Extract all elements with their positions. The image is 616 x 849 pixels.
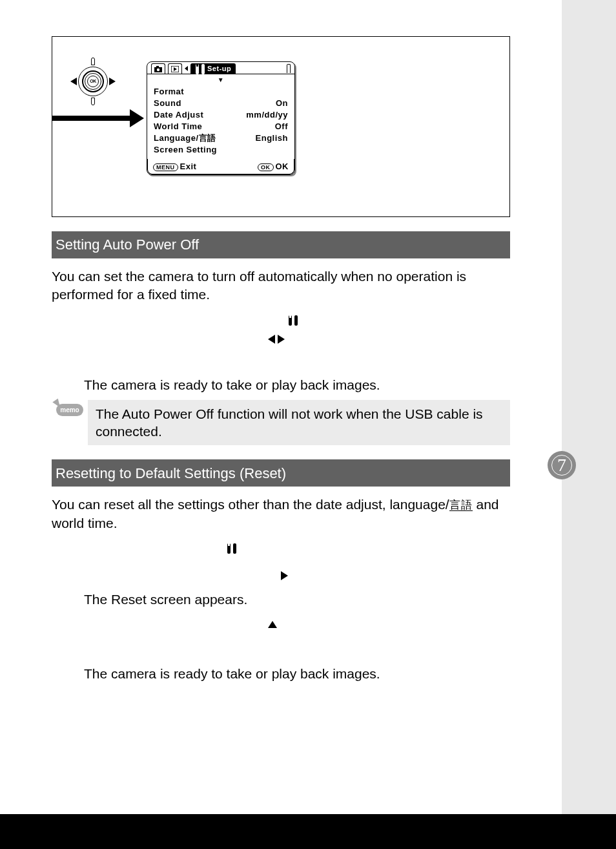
menu-row-sound: SoundOn xyxy=(154,98,288,109)
step-number: 2 xyxy=(52,565,84,588)
page-content: OK xyxy=(0,0,562,814)
ok-pill: OK xyxy=(258,163,274,171)
svg-point-2 xyxy=(157,68,159,70)
lcd-figure: OK xyxy=(52,36,510,217)
memo-text: The Auto Power Off function will not wor… xyxy=(88,400,510,446)
playback-tab-icon xyxy=(168,63,182,74)
menu-pill: MENU xyxy=(153,163,178,171)
lcd-tab-bar: Set-up xyxy=(147,62,294,74)
section2-body: You can reset all the settings other tha… xyxy=(52,496,510,532)
arrow-icon xyxy=(52,116,130,121)
ok-dial-center: OK xyxy=(87,76,99,87)
footer-bar xyxy=(0,814,616,849)
section2-step3: 3 Use the four-way controller () to sele… xyxy=(52,613,510,636)
wrench-icon xyxy=(196,64,205,74)
menu-row-format: Format xyxy=(154,86,288,98)
kanji-language: 言語 xyxy=(449,499,473,511)
side-margin xyxy=(562,0,616,814)
wrench-icon xyxy=(289,315,298,326)
section-number-badge: 7 xyxy=(548,451,576,479)
step4-sub: The camera is ready to take or play back… xyxy=(84,665,510,683)
setup-tab-label: Set-up xyxy=(207,64,231,74)
step-number: 3 xyxy=(52,613,84,636)
memo-icon: memo xyxy=(52,400,88,417)
right-arrow-icon xyxy=(278,335,285,344)
lcd-screen: Set-up ▼ Format SoundOn Date Adjustmm/dd… xyxy=(147,61,295,175)
menu-row-screen: Screen Setting xyxy=(154,144,288,156)
svg-marker-4 xyxy=(174,67,177,71)
section1-body: You can set the camera to turn off autom… xyxy=(52,267,510,304)
svg-rect-1 xyxy=(156,66,159,68)
menu-row-language: Language/言語English xyxy=(154,132,288,144)
section1-step2: 2 Press the OK button. xyxy=(52,351,510,373)
section2-step4: 4 Press the OK button. xyxy=(52,640,510,662)
wrench-icon xyxy=(227,543,236,554)
memo-block: memo The Auto Power Off function will no… xyxy=(52,400,510,446)
section-heading-reset: Resetting to Default Settings (Reset) xyxy=(52,459,510,487)
step-number: 4 xyxy=(52,640,84,662)
step2-sub: The Reset screen appears. xyxy=(84,591,510,609)
setup-tab: Set-up xyxy=(190,63,236,74)
camera-tab-icon xyxy=(151,63,165,74)
left-arrow-icon xyxy=(268,335,275,344)
right-arrow-icon xyxy=(281,571,288,580)
step-number: 1 xyxy=(52,311,84,333)
section2-step1: 1 Select [Reset] on the [ Set-up] menu. xyxy=(52,539,510,561)
menu-row-worldtime: World TimeOff xyxy=(154,121,288,132)
lcd-footer: MENUExit OKOK xyxy=(147,159,294,175)
section2-step2: 2 Press the four-way controller () key. xyxy=(52,565,510,588)
up-arrow-icon xyxy=(268,621,277,628)
section1-step1: 1 Select [Auto Power Off] on the [ Set-u… xyxy=(52,311,510,348)
step-number: 2 xyxy=(52,351,84,373)
scroll-down-icon: ▼ xyxy=(154,76,288,85)
section-heading-auto-power-off: Setting Auto Power Off xyxy=(52,231,510,258)
step-number: 1 xyxy=(52,539,84,561)
step2-sub: The camera is ready to take or play back… xyxy=(84,376,510,394)
four-way-controller-icon: OK xyxy=(69,58,117,105)
menu-row-date: Date Adjustmm/dd/yy xyxy=(154,109,288,121)
